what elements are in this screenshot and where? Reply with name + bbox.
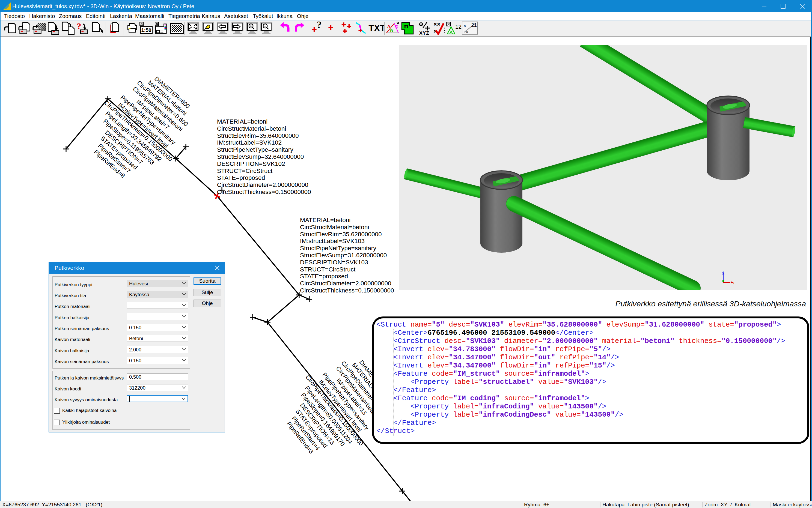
svg-text:DESCRIPTION=SVK103: DESCRIPTION=SVK103: [300, 259, 368, 266]
svg-text:STATE=proposed: STATE=proposed: [217, 174, 265, 181]
svg-text:CircStructMaterial=betoni: CircStructMaterial=betoni: [217, 125, 286, 132]
svg-text:STRUCT=CircStruct: STRUCT=CircStruct: [300, 266, 356, 273]
svg-text:STRUCT=CircStruct: STRUCT=CircStruct: [217, 168, 273, 174]
svg-text:CircStructDiameter=2.000000000: CircStructDiameter=2.000000000: [300, 280, 392, 287]
svg-text:IM:structLabel=SVK102: IM:structLabel=SVK102: [217, 139, 282, 146]
svg-text:CircStructThickness=0.15000000: CircStructThickness=0.150000000: [217, 188, 311, 195]
svg-text:StructElevSump=31.628000000: StructElevSump=31.628000000: [300, 252, 387, 259]
svg-text:CircStructMaterial=betoni: CircStructMaterial=betoni: [300, 224, 369, 230]
svg-text:CircStructThickness=0.15000000: CircStructThickness=0.150000000: [300, 287, 394, 294]
svg-text:StructElevRim=35.640000000: StructElevRim=35.640000000: [217, 132, 299, 139]
svg-text:CircStructDiameter=2.000000000: CircStructDiameter=2.000000000: [217, 181, 309, 188]
svg-text:MATERIAL=betoni: MATERIAL=betoni: [217, 118, 268, 125]
svg-text:STATE=proposed: STATE=proposed: [300, 273, 348, 280]
svg-text:StructElevSump=32.640000000: StructElevSump=32.640000000: [217, 153, 304, 160]
svg-text:x: x: [733, 281, 734, 285]
svg-text:z: z: [722, 269, 724, 273]
svg-text:StructElevRim=35.628000000: StructElevRim=35.628000000: [300, 231, 382, 238]
svg-text:StructPipeNetType=sanitary: StructPipeNetType=sanitary: [217, 146, 293, 153]
svg-text:IM:structLabel=SVK103: IM:structLabel=SVK103: [300, 238, 365, 245]
svg-text:DESCRIPTION=SVK102: DESCRIPTION=SVK102: [217, 160, 285, 167]
svg-text:StructPipeNetType=sanitary: StructPipeNetType=sanitary: [300, 245, 376, 252]
svg-text:MATERIAL=betoni: MATERIAL=betoni: [300, 217, 351, 223]
